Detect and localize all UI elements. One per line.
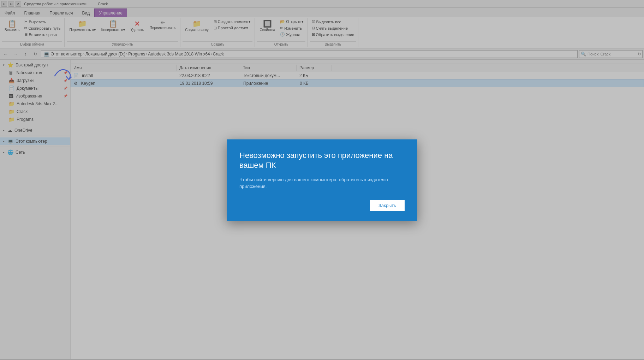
dialog-body: Чтобы найти версию для вашего компьютера…	[239, 176, 405, 190]
dialog-footer: Закрыть	[239, 200, 405, 211]
dialog-close-button[interactable]: Закрыть	[370, 200, 405, 211]
error-dialog: Невозможно запустить это приложение на в…	[227, 139, 417, 221]
dialog-title: Невозможно запустить это приложение на в…	[239, 151, 405, 171]
